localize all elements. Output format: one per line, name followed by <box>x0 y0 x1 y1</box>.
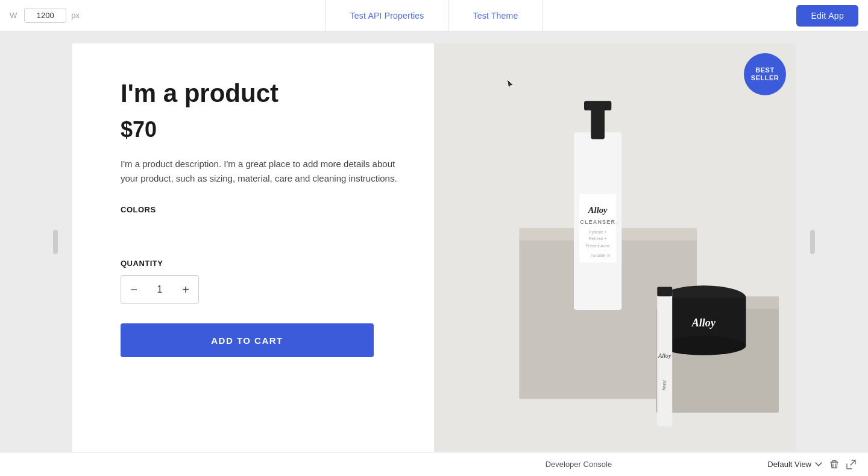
best-seller-text-line1: BESTSELLER <box>751 66 779 82</box>
color-swatches <box>121 221 398 240</box>
svg-text:Alloy: Alloy <box>691 317 716 329</box>
top-bar: W px Test API Properties Test Theme Edit… <box>0 0 868 31</box>
top-bar-center: Test API Properties Test Theme <box>326 0 543 31</box>
quantity-minus-button[interactable]: − <box>121 276 146 303</box>
chevron-down-icon <box>815 460 822 469</box>
svg-text:CLEANSER: CLEANSER <box>580 219 615 225</box>
product-info-panel: I'm a product $70 I'm a product descript… <box>72 43 434 452</box>
trash-icon-button[interactable] <box>829 460 839 469</box>
colors-label: COLORS <box>121 205 398 214</box>
quantity-value: 1 <box>146 284 173 295</box>
default-view-selector[interactable]: Default View <box>767 460 822 469</box>
product-title: I'm a product <box>121 80 398 107</box>
best-seller-badge: BESTSELLER <box>744 53 786 95</box>
product-price: $70 <box>121 117 398 142</box>
tab-api-properties[interactable]: Test API Properties <box>326 0 449 31</box>
svg-text:100 ml: 100 ml <box>598 253 611 258</box>
product-container: I'm a product $70 I'm a product descript… <box>72 43 796 452</box>
bottom-bar: Developer Console Default View <box>0 452 868 476</box>
width-unit: px <box>71 11 80 20</box>
canvas-area: I'm a product $70 I'm a product descript… <box>0 31 868 452</box>
product-description: I'm a product description. I'm a great p… <box>121 157 398 186</box>
resize-handle-right[interactable] <box>810 230 815 254</box>
expand-icon-button[interactable] <box>846 460 856 469</box>
svg-text:Alloy: Alloy <box>658 352 671 359</box>
quantity-label: QUANTITY <box>121 259 398 268</box>
svg-text:Alloy: Alloy <box>588 205 608 215</box>
svg-rect-7 <box>584 101 611 110</box>
svg-text:Alloy: Alloy <box>662 380 667 390</box>
width-input[interactable] <box>24 8 66 23</box>
quantity-plus-button[interactable]: + <box>173 276 198 303</box>
resize-handle-left[interactable] <box>53 230 58 254</box>
svg-text:Hydrate +: Hydrate + <box>589 230 607 235</box>
edit-app-button[interactable]: Edit App <box>796 5 858 27</box>
svg-point-18 <box>661 336 746 355</box>
default-view-label: Default View <box>767 460 811 469</box>
svg-rect-21 <box>657 287 672 296</box>
svg-rect-8 <box>579 194 616 262</box>
width-label: W <box>10 11 17 20</box>
tab-theme[interactable]: Test Theme <box>448 0 542 31</box>
add-to-cart-button[interactable]: ADD TO CART <box>121 323 374 357</box>
quantity-control: − 1 + <box>121 275 199 304</box>
product-image-panel: BESTSELLER Alloy <box>434 43 796 452</box>
bottom-right-controls: Default View <box>767 460 856 469</box>
svg-text:Prevent Acne: Prevent Acne <box>585 244 610 248</box>
svg-text:Refresh +: Refresh + <box>589 236 607 241</box>
developer-console-label: Developer Console <box>390 460 768 469</box>
cursor <box>506 78 515 87</box>
product-image-svg: Alloy CLEANSER Hydrate + Refresh + Preve… <box>434 43 796 452</box>
